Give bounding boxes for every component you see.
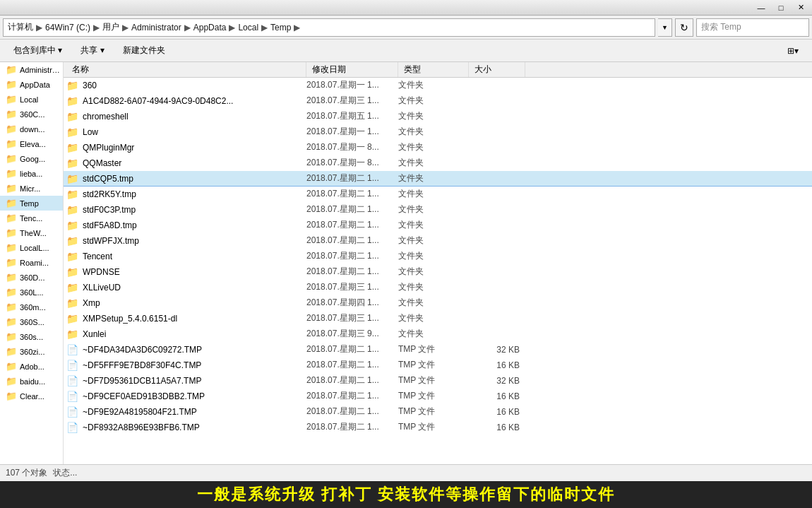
sidebar-item[interactable]: 📁360C... [0,107,63,122]
file-name: std2RK5Y.tmp [83,189,136,199]
path-drive[interactable]: 64Win7 (C:) [45,23,90,33]
table-row[interactable]: 📁 stdCQP5.tmp 2018.07.星期二 1... 文件夹 [64,171,812,187]
sidebar-item[interactable]: 📁TheW... [0,225,63,240]
file-name: ~DF5FFF9E7BD8F30F4C.TMP [83,360,201,370]
folder-icon: 📁 [66,297,78,309]
document-icon: 📄 [66,344,78,355]
sidebar-item[interactable]: 📁lieba... [0,166,63,181]
sidebar-item[interactable]: 📁LocalL... [0,240,63,255]
sidebar-item-label: Local [20,95,38,104]
sidebar-item[interactable]: 📁Local [0,92,63,107]
table-row[interactable]: 📁 360 2018.07.星期一 1... 文件夹 [64,78,812,93]
file-type-cell: TMP 文件 [398,374,469,386]
search-box[interactable]: 搜索 Temp [696,18,809,37]
table-row[interactable]: 📁 std2RK5Y.tmp 2018.07.星期二 1... 文件夹 [64,187,812,202]
share-button[interactable]: 共享 ▾ [73,42,112,59]
table-row[interactable]: 📄 ~DF9CEF0AED91B3DBB2.TMP 2018.07.星期二 1.… [64,389,812,404]
table-row[interactable]: 📁 A1C4D882-6A07-4944-9AC9-0D48C2... 2018… [64,93,812,109]
sidebar-item[interactable]: 📁360m... [0,300,63,314]
table-row[interactable]: 📁 WPDNSE 2018.07.星期二 1... 文件夹 [64,264,812,280]
sidebar-item[interactable]: 📁360S... [0,314,63,329]
table-row[interactable]: 📁 Xunlei 2018.07.星期三 9... 文件夹 [64,326,812,342]
table-row[interactable]: 📁 stdWPFJX.tmp 2018.07.星期二 1... 文件夹 [64,233,812,249]
table-row[interactable]: 📄 ~DF5FFF9E7BD8F30F4C.TMP 2018.07.星期二 1.… [64,358,812,373]
sidebar-item[interactable]: 📁Adob... [0,359,63,374]
minimize-button[interactable]: — [751,1,771,15]
file-list[interactable]: 📁 360 2018.07.星期一 1... 文件夹 📁 A1C4D882-6A… [64,78,812,464]
table-row[interactable]: 📁 QQMaster 2018.07.星期一 8... 文件夹 [64,155,812,171]
table-row[interactable]: 📄 ~DF8932A8B96E93BFB6.TMP 2018.07.星期二 1.… [64,420,812,435]
path-temp[interactable]: Temp [270,23,291,33]
folder-icon: 📁 [6,183,17,194]
file-date-cell: 2018.07.星期一 1... [306,79,398,91]
sidebar-item[interactable]: 📁AppData [0,77,63,92]
file-name-cell: 📄 ~DF4DA34DA3D6C09272.TMP [66,344,306,355]
path-local[interactable]: Local [238,23,258,33]
folder-icon: 📁 [6,198,17,208]
table-row[interactable]: 📁 Tencent 2018.07.星期二 1... 文件夹 [64,249,812,264]
path-admin[interactable]: Administrator [131,23,181,33]
folder-icon: 📁 [6,138,17,149]
table-row[interactable]: 📁 XLLiveUD 2018.07.星期三 1... 文件夹 [64,280,812,295]
sidebar-item-label: Adob... [20,362,44,371]
sidebar-item-label: 360D... [20,273,44,282]
table-row[interactable]: 📁 QMPluginMgr 2018.07.星期一 8... 文件夹 [64,140,812,155]
view-button[interactable]: ⊞▾ [780,42,806,59]
file-name: Xmp [83,298,100,308]
file-name-cell: 📁 Tencent [66,251,306,262]
file-name-cell: 📁 Low [66,126,306,138]
folder-icon: 📁 [6,287,17,297]
table-row[interactable]: 📄 ~DF9E92A48195804F21.TMP 2018.07.星期二 1.… [64,404,812,420]
close-button[interactable]: ✕ [791,1,811,15]
sidebar-item[interactable]: 📁Tenc... [0,211,63,225]
sidebar-item[interactable]: 📁baidu... [0,374,63,389]
table-row[interactable]: 📁 chromeshell 2018.07.星期五 1... 文件夹 [64,109,812,124]
sidebar-item[interactable]: 📁Micr... [0,181,63,196]
sidebar-item[interactable]: 📁Eleva... [0,136,63,151]
file-name: stdF5A8D.tmp [83,220,137,230]
path-appdata[interactable]: AppData [193,23,227,33]
folder-icon: 📁 [6,302,17,312]
sidebar-item[interactable]: 📁360D... [0,270,63,285]
file-type-cell: 文件夹 [398,141,469,153]
file-date-cell: 2018.07.星期二 1... [306,188,398,200]
sidebar-item[interactable]: 📁360L... [0,285,63,300]
col-header-name[interactable]: 名称 [66,62,306,77]
table-row[interactable]: 📄 ~DF7D95361DCB11A5A7.TMP 2018.07.星期二 1.… [64,373,812,389]
file-type-cell: 文件夹 [398,203,469,215]
file-size-cell: 32 KB [469,345,525,355]
file-name-cell: 📄 ~DF8932A8B96E93BFB6.TMP [66,422,306,433]
subtitle-overlay: 一般是系统升级 打补丁 安装软件等操作留下的临时文件 [0,481,812,508]
table-row[interactable]: 📄 ~DF4DA34DA3D6C09272.TMP 2018.07.星期二 1.… [64,342,812,358]
new-folder-button[interactable]: 新建文件夹 [115,42,173,59]
address-dropdown[interactable]: ▼ [658,18,672,37]
table-row[interactable]: 📁 stdF0C3P.tmp 2018.07.星期二 1... 文件夹 [64,202,812,218]
table-row[interactable]: 📁 stdF5A8D.tmp 2018.07.星期二 1... 文件夹 [64,218,812,233]
maximize-button[interactable]: □ [771,1,791,15]
sidebar-item[interactable]: 📁Goog... [0,151,63,166]
sidebar-item-label: baidu... [20,377,45,386]
sidebar-item-label: Roami... [20,259,49,267]
table-row[interactable]: 📁 XMPSetup_5.4.0.6151-dl 2018.07.星期三 1..… [64,311,812,326]
sidebar-item[interactable]: 📁down... [0,122,63,136]
sidebar-item[interactable]: 📁Administra... [0,62,63,77]
file-size-cell: 16 KB [469,391,525,401]
table-row[interactable]: 📁 Xmp 2018.07.星期四 1... 文件夹 [64,295,812,311]
table-row[interactable]: 📁 Low 2018.07.星期一 1... 文件夹 [64,124,812,140]
sidebar-item[interactable]: 📁Roami... [0,255,63,270]
folder-icon: 📁 [66,220,78,231]
col-header-type[interactable]: 类型 [398,62,469,77]
path-users[interactable]: 用户 [102,21,119,33]
col-header-size[interactable]: 大小 [469,62,525,77]
refresh-button[interactable]: ↻ [675,18,693,37]
file-date-cell: 2018.07.星期二 1... [306,374,398,386]
path-computer[interactable]: 计算机 [8,21,33,33]
sidebar-item[interactable]: 📁360zi... [0,344,63,359]
include-library-button[interactable]: 包含到库中 ▾ [6,42,70,59]
address-path[interactable]: 计算机 ▶ 64Win7 (C:) ▶ 用户 ▶ Administrator ▶… [3,18,655,37]
file-date-cell: 2018.07.星期一 1... [306,126,398,138]
sidebar-item[interactable]: 📁360s... [0,329,63,344]
sidebar-item[interactable]: 📁Clear... [0,389,63,403]
sidebar-item[interactable]: 📁Temp [0,196,63,211]
col-header-date[interactable]: 修改日期 [306,62,398,77]
